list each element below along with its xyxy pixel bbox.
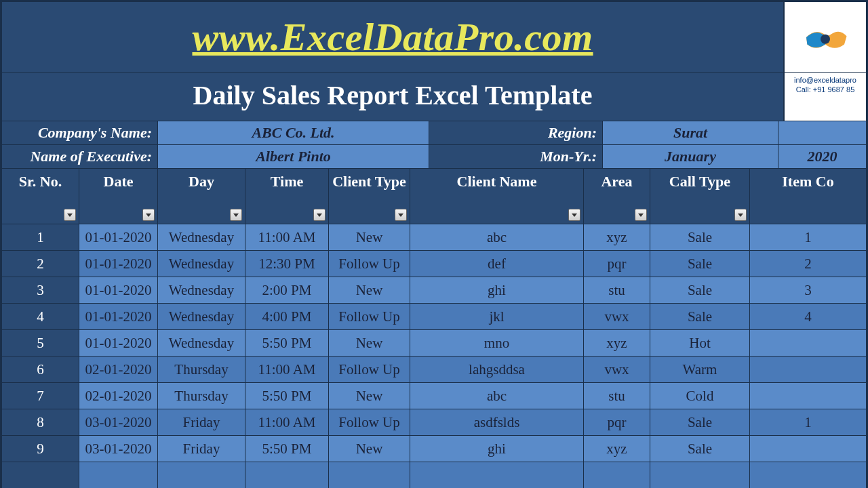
cell-client-type[interactable] <box>329 462 410 488</box>
website-url[interactable]: www.ExcelDataPro.com <box>2 2 783 72</box>
cell-time[interactable]: 5:50 PM <box>245 383 329 409</box>
cell-item-code[interactable]: 1 <box>750 224 866 250</box>
cell-day[interactable]: Wednesday <box>158 224 245 250</box>
cell-srno[interactable]: 4 <box>2 304 79 329</box>
cell-call-type[interactable]: Sale <box>650 251 750 277</box>
cell-item-code[interactable] <box>750 330 866 356</box>
cell-date[interactable] <box>79 462 158 488</box>
cell-call-type[interactable]: Sale <box>650 277 750 303</box>
cell-date[interactable]: 01-01-2020 <box>79 251 158 277</box>
cell-day[interactable]: Friday <box>158 409 245 435</box>
cell-day[interactable]: Thursday <box>158 383 245 409</box>
cell-srno[interactable] <box>2 462 79 488</box>
filter-button[interactable] <box>64 209 76 221</box>
cell-client-name[interactable]: ghi <box>410 436 584 462</box>
cell-date[interactable]: 01-01-2020 <box>79 277 158 303</box>
cell-day[interactable]: Wednesday <box>158 251 245 277</box>
cell-area[interactable]: xyz <box>584 224 650 250</box>
filter-button[interactable] <box>734 209 747 221</box>
cell-day[interactable]: Wednesday <box>158 277 245 303</box>
cell-client-name[interactable]: asdfslds <box>410 409 584 435</box>
cell-srno[interactable]: 3 <box>2 277 79 303</box>
cell-day[interactable]: Thursday <box>158 357 245 382</box>
cell-srno[interactable]: 6 <box>2 357 79 382</box>
cell-client-name[interactable] <box>410 462 584 488</box>
cell-time[interactable]: 5:50 PM <box>245 436 329 462</box>
cell-client-type[interactable]: Follow Up <box>329 409 410 435</box>
cell-srno[interactable]: 5 <box>2 330 79 356</box>
cell-client-name[interactable]: lahgsddsa <box>410 357 584 382</box>
cell-date[interactable]: 01-01-2020 <box>79 224 158 250</box>
cell-date[interactable]: 01-01-2020 <box>79 304 158 329</box>
cell-client-name[interactable]: jkl <box>410 304 584 329</box>
cell-call-type[interactable]: Sale <box>650 436 750 462</box>
cell-area[interactable]: pqr <box>584 409 650 435</box>
filter-button[interactable] <box>395 209 407 221</box>
cell-client-type[interactable]: New <box>329 436 410 462</box>
cell-date[interactable]: 02-01-2020 <box>79 357 158 382</box>
cell-time[interactable]: 11:00 AM <box>245 224 329 250</box>
cell-date[interactable]: 03-01-2020 <box>79 436 158 462</box>
cell-client-name[interactable]: abc <box>410 383 584 409</box>
cell-item-code[interactable] <box>750 383 866 409</box>
filter-button[interactable] <box>230 209 242 221</box>
cell-time[interactable]: 5:50 PM <box>245 330 329 356</box>
cell-client-name[interactable]: abc <box>410 224 584 250</box>
cell-client-name[interactable]: ghi <box>410 277 584 303</box>
cell-day[interactable]: Wednesday <box>158 330 245 356</box>
executive-value[interactable]: Albert Pinto <box>158 145 429 168</box>
company-value[interactable]: ABC Co. Ltd. <box>158 121 429 144</box>
cell-item-code[interactable]: 4 <box>750 304 866 329</box>
cell-call-type[interactable]: Warm <box>650 357 750 382</box>
cell-srno[interactable]: 7 <box>2 383 79 409</box>
cell-call-type[interactable]: Sale <box>650 409 750 435</box>
cell-item-code[interactable] <box>750 462 866 488</box>
cell-area[interactable]: xyz <box>584 330 650 356</box>
cell-time[interactable]: 11:00 AM <box>245 357 329 382</box>
filter-button[interactable] <box>568 209 580 221</box>
cell-time[interactable] <box>245 462 329 488</box>
cell-client-type[interactable]: New <box>329 383 410 409</box>
cell-call-type[interactable]: Cold <box>650 383 750 409</box>
cell-day[interactable] <box>158 462 245 488</box>
cell-call-type[interactable] <box>650 462 750 488</box>
cell-srno[interactable]: 9 <box>2 436 79 462</box>
cell-area[interactable]: xyz <box>584 436 650 462</box>
cell-time[interactable]: 4:00 PM <box>245 304 329 329</box>
cell-area[interactable]: vwx <box>584 357 650 382</box>
cell-client-type[interactable]: New <box>329 330 410 356</box>
month-value[interactable]: January <box>603 145 778 168</box>
cell-client-type[interactable]: Follow Up <box>329 251 410 277</box>
cell-client-type[interactable]: New <box>329 224 410 250</box>
cell-call-type[interactable]: Hot <box>650 330 750 356</box>
cell-item-code[interactable]: 1 <box>750 409 866 435</box>
cell-item-code[interactable] <box>750 357 866 382</box>
cell-date[interactable]: 03-01-2020 <box>79 409 158 435</box>
cell-area[interactable]: stu <box>584 277 650 303</box>
cell-area[interactable] <box>584 462 650 488</box>
cell-call-type[interactable]: Sale <box>650 224 750 250</box>
cell-client-type[interactable]: New <box>329 277 410 303</box>
cell-date[interactable]: 02-01-2020 <box>79 383 158 409</box>
cell-call-type[interactable]: Sale <box>650 304 750 329</box>
cell-srno[interactable]: 2 <box>2 251 79 277</box>
cell-day[interactable]: Friday <box>158 436 245 462</box>
filter-button[interactable] <box>635 209 647 221</box>
cell-time[interactable]: 12:30 PM <box>245 251 329 277</box>
cell-item-code[interactable]: 2 <box>750 251 866 277</box>
cell-item-code[interactable] <box>750 436 866 462</box>
filter-button[interactable] <box>313 209 326 221</box>
region-value[interactable]: Surat <box>603 121 778 144</box>
cell-item-code[interactable]: 3 <box>750 277 866 303</box>
cell-srno[interactable]: 1 <box>2 224 79 250</box>
cell-client-name[interactable]: mno <box>410 330 584 356</box>
cell-client-type[interactable]: Follow Up <box>329 357 410 382</box>
cell-time[interactable]: 2:00 PM <box>245 277 329 303</box>
cell-area[interactable]: pqr <box>584 251 650 277</box>
cell-srno[interactable]: 8 <box>2 409 79 435</box>
cell-area[interactable]: stu <box>584 383 650 409</box>
cell-client-name[interactable]: def <box>410 251 584 277</box>
year-value[interactable]: 2020 <box>778 145 866 168</box>
cell-time[interactable]: 11:00 AM <box>245 409 329 435</box>
cell-date[interactable]: 01-01-2020 <box>79 330 158 356</box>
